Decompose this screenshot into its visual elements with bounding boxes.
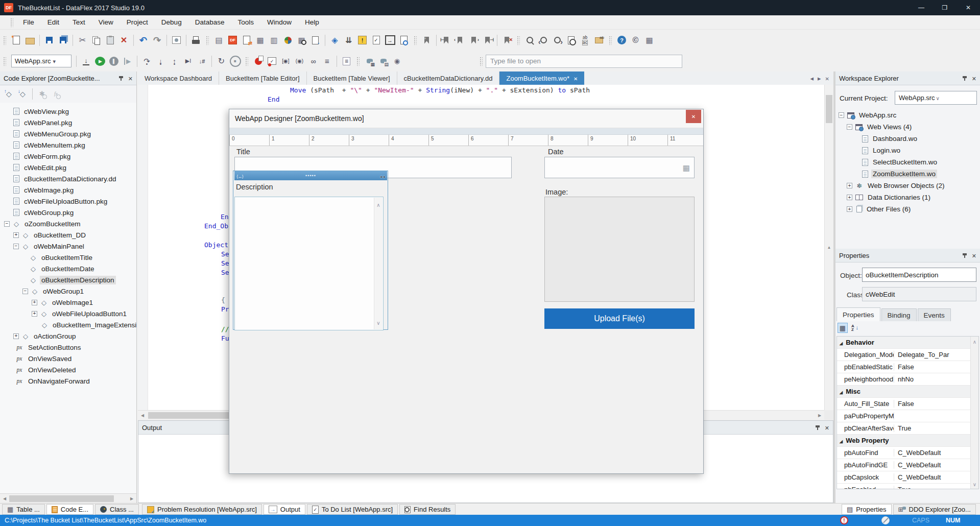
bookmark-clear-icon[interactable] bbox=[500, 34, 514, 47]
maximize-button[interactable] bbox=[933, 0, 957, 15]
menu-file[interactable]: File bbox=[16, 18, 41, 26]
function-globe-icon[interactable] bbox=[49, 87, 63, 101]
save-all-icon[interactable] bbox=[56, 34, 70, 47]
close-button[interactable] bbox=[957, 0, 980, 15]
step-icon[interactable] bbox=[121, 55, 134, 68]
sort-down-icon[interactable] bbox=[16, 87, 30, 101]
tree-item[interactable]: Login.wo bbox=[835, 145, 980, 156]
dialog-titlebar[interactable]: WebApp Designer [ZoomBucketItem.wo] bbox=[229, 109, 703, 128]
minimize-button[interactable] bbox=[910, 0, 933, 15]
expand-icon[interactable] bbox=[847, 206, 852, 212]
horizontal-scrollbar[interactable] bbox=[0, 493, 136, 503]
table-explorer-icon[interactable] bbox=[295, 34, 308, 47]
cut-icon[interactable] bbox=[76, 34, 89, 47]
tree-item[interactable]: Web Browser Objects (2) bbox=[835, 180, 980, 192]
autos-icon[interactable] bbox=[306, 55, 320, 68]
vertical-scrollbar[interactable] bbox=[824, 85, 833, 410]
step-out-icon[interactable] bbox=[168, 55, 181, 68]
table-data-icon[interactable] bbox=[363, 55, 376, 68]
tab-class-palette[interactable]: Class ... bbox=[95, 504, 139, 515]
tree-item[interactable]: oWebGroup1 bbox=[0, 285, 136, 297]
image-box[interactable] bbox=[544, 197, 695, 302]
deploy-icon[interactable] bbox=[328, 34, 342, 47]
delete-icon[interactable] bbox=[117, 34, 131, 47]
tab-ddo-explorer[interactable]: DDO Explorer [Zoo... bbox=[893, 504, 976, 515]
tab-scroll-right-icon[interactable] bbox=[818, 75, 821, 82]
expand-icon[interactable] bbox=[32, 311, 37, 317]
tab-todo-list[interactable]: To Do List [WebApp.src] bbox=[307, 504, 398, 515]
scroll-left-icon[interactable] bbox=[138, 411, 147, 420]
close-panel-icon[interactable] bbox=[972, 252, 976, 259]
toolbar-grip[interactable] bbox=[414, 36, 417, 45]
tree-item[interactable]: Other Files (6) bbox=[835, 203, 980, 215]
sort-alphabetical-icon[interactable] bbox=[849, 323, 859, 333]
expand-icon[interactable] bbox=[847, 183, 852, 188]
scrollbar-thumb[interactable] bbox=[9, 495, 114, 502]
toolbar-grip[interactable] bbox=[517, 36, 520, 45]
tree-item[interactable]: Dashboard.wo bbox=[835, 133, 980, 145]
style-palette-icon[interactable] bbox=[281, 34, 295, 47]
output-window-icon[interactable] bbox=[340, 55, 353, 68]
redo-icon[interactable] bbox=[150, 34, 164, 47]
menu-window[interactable]: Window bbox=[260, 18, 298, 26]
tree-item[interactable]: oBucketItem_ImageExtensio bbox=[0, 319, 136, 330]
scroll-down-icon[interactable] bbox=[973, 480, 976, 488]
new-file-icon[interactable] bbox=[9, 34, 23, 47]
property-row[interactable]: pbEnabledStaticFalse bbox=[837, 361, 978, 373]
scroll-up-icon[interactable] bbox=[825, 85, 834, 410]
menu-text[interactable]: Text bbox=[66, 18, 92, 26]
tree-item[interactable]: cWebForm.pkg bbox=[0, 151, 136, 162]
units-icon[interactable] bbox=[642, 34, 656, 47]
upload-files-button[interactable]: Upload File(s) bbox=[544, 308, 695, 329]
tree-item[interactable]: cWebFileUploadButton.pkg bbox=[0, 196, 136, 207]
convert-file-icon[interactable] bbox=[240, 34, 253, 47]
tab-properties[interactable]: Properties bbox=[836, 307, 880, 321]
tree-item[interactable]: cWebPanel.pkg bbox=[0, 117, 136, 128]
warnings-icon[interactable] bbox=[355, 34, 369, 47]
tree-item[interactable]: oWebImage1 bbox=[0, 297, 136, 308]
current-project-combo[interactable]: WebApp.src bbox=[895, 91, 977, 105]
property-row[interactable]: peNeighborhoodnhNo bbox=[837, 373, 978, 386]
tab-binding[interactable]: Binding bbox=[881, 308, 917, 321]
tab-table[interactable]: Table ... bbox=[2, 504, 45, 515]
step-over-icon[interactable] bbox=[140, 55, 154, 68]
tree-item[interactable]: Web Views (4) bbox=[835, 121, 980, 133]
export-icon[interactable] bbox=[383, 34, 397, 47]
pin-icon[interactable] bbox=[815, 425, 821, 431]
tree-item[interactable]: SelectBucketItem.wo bbox=[835, 156, 980, 168]
tab-bucketitem-table-editor[interactable]: BucketItem [Table Editor] bbox=[219, 71, 307, 85]
error-indicator-icon[interactable] bbox=[840, 516, 848, 524]
pin-icon[interactable] bbox=[118, 76, 124, 81]
tab-cbucketitemdatadictionary[interactable]: cBucketItemDataDictionary.dd bbox=[397, 71, 500, 85]
tree-item[interactable]: cWebImage.pkg bbox=[0, 184, 136, 196]
toolbar-grip[interactable] bbox=[206, 36, 209, 45]
record-macro-icon[interactable] bbox=[170, 34, 183, 47]
calendar-icon[interactable] bbox=[683, 163, 690, 173]
menu-database[interactable]: Database bbox=[188, 18, 231, 26]
expand-icon[interactable] bbox=[847, 195, 852, 200]
about-icon[interactable] bbox=[629, 34, 642, 47]
property-row[interactable]: pbClearAfterSaveTrue bbox=[837, 422, 978, 435]
menu-tools[interactable]: Tools bbox=[231, 18, 260, 26]
sort-up-icon[interactable] bbox=[2, 87, 16, 101]
selected-control-handle[interactable]: ••••• ↔ bbox=[234, 171, 387, 180]
bookmark-prev-icon[interactable] bbox=[453, 34, 467, 47]
find-next-icon[interactable] bbox=[551, 34, 564, 47]
tab-output[interactable]: Output bbox=[264, 504, 305, 515]
undo-icon[interactable] bbox=[136, 34, 150, 47]
tree-item[interactable]: OnViewDeleted bbox=[0, 364, 136, 375]
tab-scroll-left-icon[interactable] bbox=[810, 75, 814, 82]
view-panels-icon[interactable] bbox=[212, 34, 226, 47]
designer-form[interactable]: Title Date ••••• ↔ Description Image: Up… bbox=[229, 146, 703, 473]
pause-icon[interactable] bbox=[107, 55, 121, 68]
tree-item[interactable]: oZoomBucketItem bbox=[0, 218, 136, 229]
tab-list-close-icon[interactable] bbox=[825, 75, 829, 82]
expand-icon[interactable] bbox=[32, 300, 37, 305]
menu-view[interactable]: View bbox=[92, 18, 120, 26]
restart-icon[interactable] bbox=[214, 55, 228, 68]
toolbar-grip[interactable] bbox=[609, 36, 612, 45]
expand-icon[interactable] bbox=[13, 333, 19, 339]
date-input[interactable] bbox=[544, 157, 695, 178]
toggle-breakpoint-icon[interactable] bbox=[251, 55, 265, 68]
tree-item[interactable]: oWebFileUploadButton1 bbox=[0, 308, 136, 319]
